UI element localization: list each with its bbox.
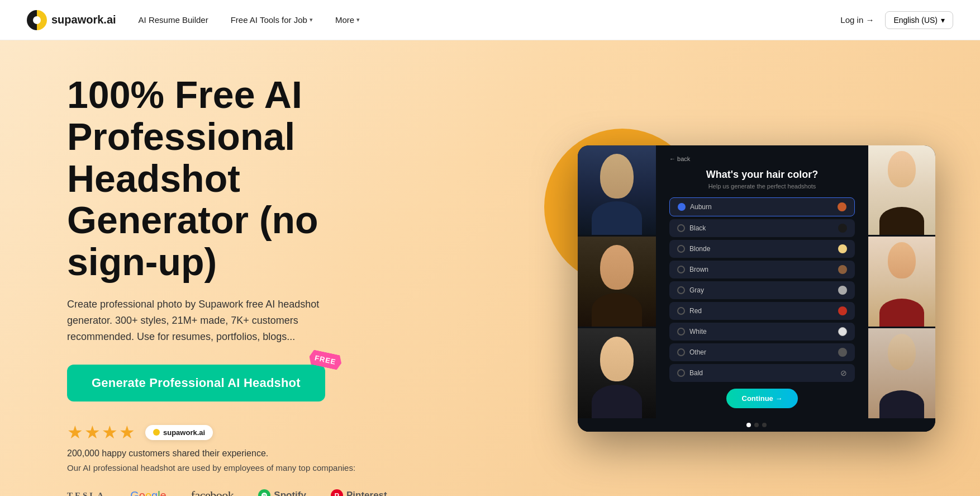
- hair-option-other[interactable]: Other: [669, 343, 855, 361]
- hero-description: Create professional photo by Supawork fr…: [67, 296, 358, 344]
- color-gray: [838, 286, 847, 295]
- nav-more[interactable]: More ▾: [335, 15, 360, 25]
- radio-auburn: [678, 203, 686, 211]
- hair-option-red[interactable]: Red: [669, 302, 855, 320]
- spotify-logo: Spotify: [258, 489, 306, 496]
- color-other: [838, 348, 847, 357]
- navbar: supawork.ai AI Resume Builder Free AI To…: [0, 0, 980, 40]
- app-pagination-dots: [578, 418, 935, 432]
- app-inner: ← back What's your hair color? Help us g…: [578, 145, 935, 418]
- star-rating: ★★★★: [67, 422, 136, 443]
- photo-strip-left: [578, 145, 656, 418]
- bald-icon: ⊘: [840, 369, 847, 377]
- chevron-down-icon: ▾: [356, 16, 360, 23]
- face-r3: [888, 334, 916, 370]
- hair-option-brown[interactable]: Brown: [669, 261, 855, 278]
- hair-option-auburn[interactable]: Auburn: [669, 197, 855, 216]
- person-photo-2: [578, 237, 656, 327]
- radio-blonde: [677, 245, 685, 253]
- person-photo-1: [578, 145, 656, 235]
- rating-row: ★★★★ supawork.ai: [67, 422, 413, 443]
- chevron-down-icon: ▾: [941, 16, 945, 25]
- body-r1: [879, 207, 924, 235]
- color-black: [838, 224, 847, 233]
- tesla-logo: TESLA: [67, 491, 106, 496]
- hair-option-bald[interactable]: Bald ⊘: [669, 364, 855, 382]
- hair-option-blonde[interactable]: Blonde: [669, 240, 855, 258]
- pinterest-icon: P: [331, 489, 343, 496]
- radio-gray: [677, 286, 685, 294]
- question-subtitle: Help us generate the perfect headshots: [669, 183, 855, 190]
- dot-2: [754, 423, 759, 427]
- radio-red: [677, 307, 685, 315]
- dot-3: [762, 423, 767, 427]
- person-photo-r3: [868, 328, 935, 418]
- used-by-text: Our AI professional headshot are used by…: [67, 463, 413, 473]
- language-label: English (US): [893, 16, 938, 25]
- hair-options-list: Auburn Black: [669, 197, 855, 382]
- hair-option-gray[interactable]: Gray: [669, 281, 855, 299]
- supawork-dot-icon: [153, 429, 160, 436]
- hair-color-question: What's your hair color?: [669, 169, 855, 181]
- face-1: [600, 154, 634, 199]
- company-logos: TESLA Google facebook Spotify P Pinteres…: [67, 488, 413, 496]
- generate-headshot-button[interactable]: Generate Professional AI Headshot: [67, 365, 325, 401]
- happy-customers-text: 200,000 happy customers shared their exp…: [67, 448, 413, 459]
- hair-option-white[interactable]: White: [669, 323, 855, 341]
- hair-option-black[interactable]: Black: [669, 219, 855, 237]
- supawork-badge-text: supawork.ai: [163, 428, 205, 437]
- pinterest-logo: P Pinterest: [331, 489, 387, 496]
- color-blonde: [838, 244, 847, 253]
- dot-1: [746, 423, 751, 427]
- back-button[interactable]: ← back: [669, 155, 855, 162]
- nav-free-tools[interactable]: Free AI Tools for Job ▾: [231, 15, 313, 25]
- nav-ai-resume[interactable]: AI Resume Builder: [139, 15, 208, 25]
- logo-text: supawork.ai: [51, 13, 116, 26]
- radio-brown: [677, 266, 685, 273]
- radio-bald: [677, 369, 685, 377]
- app-main-panel: ← back What's your hair color? Help us g…: [656, 145, 868, 418]
- logo[interactable]: supawork.ai: [27, 10, 116, 30]
- logo-icon: [27, 10, 47, 30]
- suit-3: [592, 385, 642, 418]
- continue-button[interactable]: Continue →: [726, 389, 798, 408]
- hero-right: ← back What's your hair color? Help us g…: [578, 145, 935, 432]
- suit-1: [592, 201, 642, 235]
- cta-wrapper: Generate Professional AI Headshot FREE: [67, 365, 325, 401]
- color-auburn: [838, 202, 846, 211]
- body-r3: [879, 390, 924, 418]
- google-logo: Google: [130, 489, 166, 496]
- person-photo-3: [578, 328, 656, 418]
- hero-left: 100% Free AI Professional Headshot Gener…: [67, 74, 413, 496]
- face-r1: [888, 151, 916, 187]
- person-photo-r1: [868, 145, 935, 235]
- face-3: [600, 337, 634, 381]
- face-2: [600, 245, 634, 290]
- person-photo-r2: [868, 237, 935, 327]
- spotify-icon: [258, 489, 270, 496]
- radio-other: [677, 348, 685, 356]
- facebook-logo: facebook: [191, 488, 234, 496]
- hero-section: 100% Free AI Professional Headshot Gener…: [0, 40, 980, 496]
- face-r2: [888, 242, 916, 278]
- nav-right: Log in → English (US) ▾: [840, 11, 953, 29]
- photo-strip-right: [868, 145, 935, 418]
- app-window: ← back What's your hair color? Help us g…: [578, 145, 935, 432]
- radio-white: [677, 328, 685, 336]
- suit-2: [592, 293, 642, 327]
- supawork-badge: supawork.ai: [145, 425, 213, 440]
- hero-title: 100% Free AI Professional Headshot Gener…: [67, 74, 413, 283]
- login-button[interactable]: Log in →: [840, 15, 874, 25]
- language-selector[interactable]: English (US) ▾: [885, 11, 953, 29]
- chevron-down-icon: ▾: [310, 16, 313, 23]
- body-r2: [879, 299, 924, 327]
- color-brown: [838, 265, 847, 274]
- color-white: [838, 327, 847, 336]
- color-red: [838, 306, 847, 315]
- radio-black: [677, 224, 685, 232]
- nav-left: supawork.ai AI Resume Builder Free AI To…: [27, 10, 360, 30]
